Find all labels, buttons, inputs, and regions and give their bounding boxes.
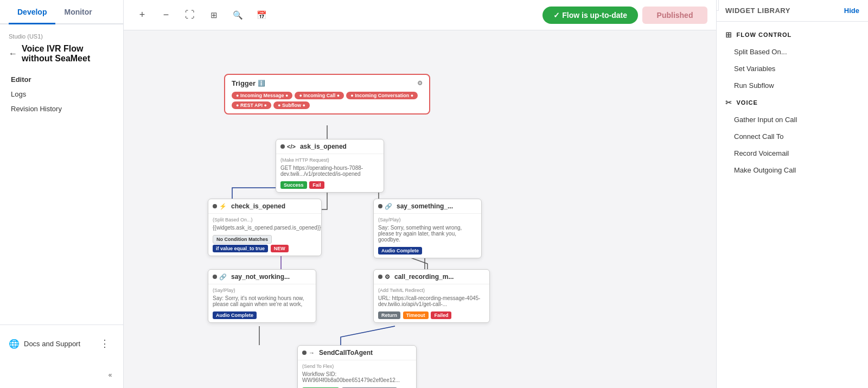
breadcrumb: Studio (US1) <box>9 33 114 40</box>
say-icon: 🔗 <box>385 203 392 210</box>
widget-gather-input[interactable]: Gather Input on Call <box>717 111 868 128</box>
node-say-something-title: say_something_... <box>397 202 453 210</box>
docs-and-support[interactable]: 🌐 Docs and Support <box>9 339 80 349</box>
node-ask-is-opened-body: (Make HTTP Request) GET https://operatin… <box>276 154 384 192</box>
trigger-settings-icon[interactable]: ⚙ <box>417 80 423 87</box>
trigger-info-icon: ℹ️ <box>258 80 265 87</box>
search-button[interactable]: 🔍 <box>228 5 247 25</box>
panel-collapse-btn[interactable]: « <box>716 0 719 11</box>
globe-icon: 🌐 <box>9 339 20 349</box>
tag-if-value: if value equal_to true <box>213 245 268 252</box>
sidebar-tabs: Develop Monitor <box>0 0 123 24</box>
node-say-not-working-body: (Say/Play) Say: Sorry, it's not working … <box>208 284 316 322</box>
node-say-something-header: 🔗 say_something_... <box>374 199 481 214</box>
tag-audio-complete: Audio Complete <box>378 247 422 255</box>
pill-subflow: ● Subflow ● <box>273 101 310 109</box>
node-ask-is-opened[interactable]: </> ask_is_opened (Make HTTP Request) GE… <box>276 139 384 193</box>
widget-connect-call-to[interactable]: Connect Call To <box>717 128 868 145</box>
tag-success: Success <box>280 181 307 189</box>
node-check-is-opened-body: (Split Based On...) {{widgets.ask_is_ope… <box>208 214 321 256</box>
node-call-recording-header: ⚙ call_recording_m... <box>374 270 489 284</box>
node-dot-5 <box>378 275 382 279</box>
node-check-is-opened-header: ⚡ check_is_opened <box>208 199 321 214</box>
flow-status-button[interactable]: ✓ Flow is up-to-date <box>542 7 638 24</box>
node-send-call-header: → SendCallToAgent <box>298 346 416 360</box>
node-send-call-body: (Send To Flex) Workflow SID: WW96f4f0b8a… <box>298 360 416 388</box>
split-icon: ⚡ <box>219 203 227 210</box>
node-call-recording-body: (Add TwiML Redirect) URL: https://call-r… <box>374 284 489 322</box>
node-say-not-working-title: say_not_working... <box>231 273 290 281</box>
trigger-node[interactable]: Trigger ℹ️ ⚙ ● Incoming Message ● ● Inco… <box>224 74 430 115</box>
section-voice[interactable]: ✂ VOICE <box>717 94 868 111</box>
node-call-recording-title: call_recording_m... <box>394 273 454 281</box>
nav-revision-history[interactable]: Revision History <box>9 101 114 116</box>
add-button[interactable]: + <box>132 5 152 25</box>
canvas-area[interactable]: Trigger ℹ️ ⚙ ● Incoming Message ● ● Inco… <box>124 30 716 388</box>
voice-icon: ✂ <box>725 98 732 107</box>
node-say-something[interactable]: 🔗 say_something_... (Say/Play) Say: Sorr… <box>373 199 482 258</box>
published-button[interactable]: Published <box>642 7 707 24</box>
tab-monitor[interactable]: Monitor <box>55 0 100 24</box>
canvas: Trigger ℹ️ ⚙ ● Incoming Message ● ● Inco… <box>124 30 716 388</box>
nav-logs[interactable]: Logs <box>9 87 114 101</box>
say-not-icon: 🔗 <box>219 273 227 281</box>
docs-support-label: Docs and Support <box>24 340 80 348</box>
recording-icon: ⚙ <box>385 273 390 281</box>
node-send-call-to-agent[interactable]: → SendCallToAgent (Send To Flex) Workflo… <box>297 345 417 388</box>
more-options-btn[interactable]: ⋮ <box>95 334 114 353</box>
http-icon: </> <box>287 143 296 150</box>
node-say-not-working[interactable]: 🔗 say_not_working... (Say/Play) Say: Sor… <box>208 269 316 323</box>
tag-audio-complete-2: Audio Complete <box>213 311 257 319</box>
grid-button[interactable]: ⊞ <box>204 5 224 25</box>
tag-timeout: Timeout <box>403 311 429 319</box>
sidebar-collapse-row: « <box>0 362 123 388</box>
zoom-out-button[interactable]: − <box>156 5 176 25</box>
node-say-something-body: (Say/Play) Say: Sorry, something went wr… <box>374 214 481 258</box>
toolbar: + − ⛶ ⊞ 🔍 📅 ✓ Flow is up-to-date Publish… <box>124 0 716 30</box>
trigger-title: Trigger ℹ️ ⚙ <box>232 79 423 87</box>
node-ask-is-opened-header: </> ask_is_opened <box>276 139 384 154</box>
node-dot <box>280 144 285 149</box>
trigger-pills: ● Incoming Message ● ● Incoming Call ● ●… <box>232 92 423 109</box>
sidebar-collapse-btn[interactable]: « <box>101 366 119 384</box>
fit-screen-button[interactable]: ⛶ <box>180 5 200 25</box>
widget-panel: « WIDGET LIBRARY Hide ⊞ FLOW CONTROL Spl… <box>716 0 868 388</box>
widget-make-outgoing-call[interactable]: Make Outgoing Call <box>717 162 868 179</box>
node-dot-2 <box>213 204 217 208</box>
tab-develop[interactable]: Develop <box>9 0 55 24</box>
node-check-is-opened[interactable]: ⚡ check_is_opened (Split Based On...) {{… <box>208 199 322 256</box>
node-dot-6 <box>302 351 307 355</box>
voice-title: VOICE <box>737 99 758 106</box>
widget-record-voicemail[interactable]: Record Voicemail <box>717 145 868 162</box>
main-area: + − ⛶ ⊞ 🔍 📅 ✓ Flow is up-to-date Publish… <box>124 0 716 388</box>
tag-failed: Failed <box>431 311 451 319</box>
widget-panel-title: WIDGET LIBRARY <box>725 7 790 15</box>
section-flow-control[interactable]: ⊞ FLOW CONTROL <box>717 26 868 43</box>
flow-title-text: Voice IVR Flow without SeaMeet <box>22 44 114 63</box>
tag-return: Return <box>378 311 400 319</box>
tag-no-condition: No Condition Matches <box>213 235 272 244</box>
node-call-recording[interactable]: ⚙ call_recording_m... (Add TwiML Redirec… <box>373 269 490 323</box>
pill-incoming-message: ● Incoming Message ● <box>232 92 292 99</box>
node-check-is-opened-title: check_is_opened <box>231 202 285 210</box>
widget-set-variables[interactable]: Set Variables <box>717 60 868 77</box>
back-arrow-icon[interactable]: ← <box>9 49 17 59</box>
sidebar: Develop Monitor Studio (US1) ← Voice IVR… <box>0 0 124 388</box>
tag-new: NEW <box>271 245 289 252</box>
hide-panel-button[interactable]: Hide <box>844 7 859 15</box>
canvas-scroll[interactable]: Trigger ℹ️ ⚙ ● Incoming Message ● ● Inco… <box>124 30 716 388</box>
widget-run-subflow[interactable]: Run Subflow <box>717 77 868 94</box>
flow-control-icon: ⊞ <box>725 30 732 39</box>
sidebar-content: Studio (US1) ← Voice IVR Flow without Se… <box>0 24 123 325</box>
pill-incoming-conversation: ● Incoming Conversation ● <box>346 92 418 99</box>
calendar-button[interactable]: 📅 <box>252 5 271 25</box>
node-dot-3 <box>378 204 382 208</box>
send-icon: → <box>309 349 315 356</box>
widget-split-based-on[interactable]: Split Based On... <box>717 43 868 60</box>
node-ask-is-opened-title: ask_is_opened <box>300 143 347 150</box>
pill-incoming-call: ● Incoming Call ● <box>295 92 344 99</box>
nav-editor[interactable]: Editor <box>9 72 114 87</box>
node-say-not-working-header: 🔗 say_not_working... <box>208 270 316 284</box>
flow-control-title: FLOW CONTROL <box>737 31 792 38</box>
node-send-call-title: SendCallToAgent <box>319 349 373 357</box>
